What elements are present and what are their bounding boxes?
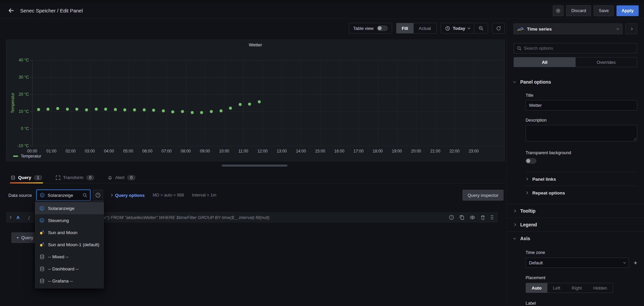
toggle-visibility-icon[interactable] [470, 215, 475, 220]
horizontal-scrollbar-thumb[interactable] [222, 165, 287, 167]
refresh-button[interactable] [492, 23, 505, 34]
legend-section[interactable]: Legend [506, 218, 644, 231]
x-tick-label: 06:00 [142, 149, 152, 154]
y-tick-label: 10 °C [8, 109, 29, 114]
datasource-value: Solaranzeige [48, 193, 80, 198]
collapse-options-button[interactable] [625, 24, 637, 34]
data-point [258, 100, 261, 103]
data-point [219, 110, 222, 113]
datasource-option-dashboard[interactable]: -- Dashboard -- [35, 263, 104, 275]
chevron-right-icon [525, 178, 528, 180]
repeat-options-section[interactable]: Repeat options [526, 186, 637, 200]
tooltip-section[interactable]: Tooltip [506, 204, 644, 218]
drag-handle-icon[interactable] [490, 215, 494, 220]
transparent-background-label: Transparent background [526, 150, 637, 155]
query-options-toggle[interactable]: Query options [110, 193, 145, 198]
query-ref-id[interactable]: A [16, 215, 19, 220]
add-timezone-button[interactable]: + [634, 260, 637, 266]
gridline [109, 60, 109, 146]
option-sections: Tooltip Legend Axis [514, 204, 637, 245]
expand-query-icon[interactable] [9, 216, 11, 219]
placement-option-left[interactable]: Left [547, 283, 566, 293]
y-tick-label: 40 °C [8, 58, 29, 62]
datasource-help-button[interactable]: ? [93, 190, 103, 201]
delete-query-icon[interactable] [480, 215, 485, 220]
chevron-down-icon [623, 261, 626, 263]
y-tick-mark [30, 94, 32, 95]
gridline [167, 60, 167, 146]
back-button[interactable] [6, 6, 16, 16]
arrow-left-icon [8, 8, 14, 13]
datasource-option-steuerung[interactable]: Steuerung [35, 214, 104, 226]
datasource-option-solaranzeige[interactable]: Solaranzeige [35, 202, 104, 214]
placement-option-auto[interactable]: Auto [526, 283, 547, 293]
gridline [263, 60, 263, 146]
fill-option[interactable]: Fill [396, 23, 414, 33]
datasource-option-grafana[interactable]: -- Grafana -- [35, 275, 104, 287]
filter-tab-all[interactable]: All [514, 57, 576, 67]
panel-links-section[interactable]: Panel links [526, 172, 637, 186]
chart-plot[interactable]: 40 °C30 °C20 °C10 °C0 °C-10 °C00:0001:00… [6, 40, 504, 161]
query-help-icon[interactable]: ? [449, 215, 454, 220]
zoom-out-button[interactable] [474, 23, 488, 33]
panel-description-textarea[interactable] [526, 125, 637, 141]
tab-transform[interactable]: Transform 0 [55, 172, 95, 183]
datasource-option-sun-and-moon[interactable]: Sun and Moon [35, 226, 104, 238]
query-row-actions: ? [449, 215, 494, 220]
gridline [32, 112, 502, 112]
add-query-button[interactable]: + Query [11, 232, 38, 243]
chart-legend[interactable]: Temperatur [13, 154, 41, 159]
discard-button[interactable]: Discard [566, 5, 591, 16]
actual-option[interactable]: Actual [414, 23, 436, 33]
influxdb-icon [39, 206, 45, 211]
axis-section-label: Axis [520, 236, 530, 241]
x-tick-label: 14:00 [296, 149, 306, 154]
database-icon [11, 175, 15, 180]
filter-tab-overrides[interactable]: Overrides [576, 57, 637, 67]
placement-option-right[interactable]: Right [566, 283, 587, 293]
apply-button[interactable]: Apply [616, 5, 639, 16]
datasource-option-sun-and-moon-1-default[interactable]: Sun and Moon-1 (default) [35, 238, 104, 251]
datasource-select[interactable]: Solaranzeige [37, 190, 90, 201]
timezone-value: Default [529, 260, 624, 265]
tab-query[interactable]: Query 1 [10, 172, 43, 183]
gridline [186, 60, 186, 146]
gridline [243, 60, 244, 146]
clock-icon [445, 26, 450, 31]
toggle-knob [526, 159, 530, 163]
y-tick-label: 30 °C [8, 75, 29, 80]
tab-query-count: 1 [34, 175, 42, 180]
time-range-picker[interactable]: Today [441, 23, 474, 33]
data-point [56, 107, 59, 110]
data-point [143, 108, 146, 111]
gridline [147, 60, 148, 146]
tab-alert[interactable]: Alert 0 [107, 172, 136, 183]
panel-settings-button[interactable] [553, 5, 564, 16]
duplicate-query-icon[interactable] [459, 215, 465, 220]
gridline [339, 60, 340, 146]
options-filter-tabs: All Overrides [514, 57, 637, 67]
timezone-select[interactable]: Default [526, 258, 629, 268]
datasource-option-label: Sun and Moon-1 (default) [48, 242, 99, 247]
placement-segmented: AutoLeftRightHidden [526, 283, 613, 293]
transparent-background-toggle[interactable] [526, 158, 536, 164]
placement-option-hidden[interactable]: Hidden [588, 283, 613, 293]
visualization-picker[interactable]: Time series [514, 24, 623, 34]
options-search-input[interactable] [524, 46, 634, 51]
database-icon [39, 278, 45, 283]
panel-title-input[interactable] [526, 100, 637, 111]
tab-query-label: Query [18, 175, 31, 180]
panel-links-label: Panel links [532, 177, 556, 182]
table-view-toggle[interactable] [377, 26, 388, 31]
tab-transform-label: Transform [63, 175, 84, 180]
gridline [128, 60, 128, 146]
save-button[interactable]: Save [594, 5, 614, 16]
query-inspector-button[interactable]: Query inspector [463, 190, 503, 201]
datasource-dropdown: SolaranzeigeSteuerungSun and MoonSun and… [35, 201, 104, 289]
fill-actual-segmented: Fill Actual [396, 23, 437, 34]
panel-toolbar: Table view Fill Actual Today [6, 21, 505, 35]
data-point [75, 107, 78, 111]
panel-options-section[interactable]: Panel options [514, 79, 637, 85]
datasource-option-mixed[interactable]: -- Mixed -- [35, 251, 104, 263]
axis-section[interactable]: Axis [506, 231, 644, 245]
